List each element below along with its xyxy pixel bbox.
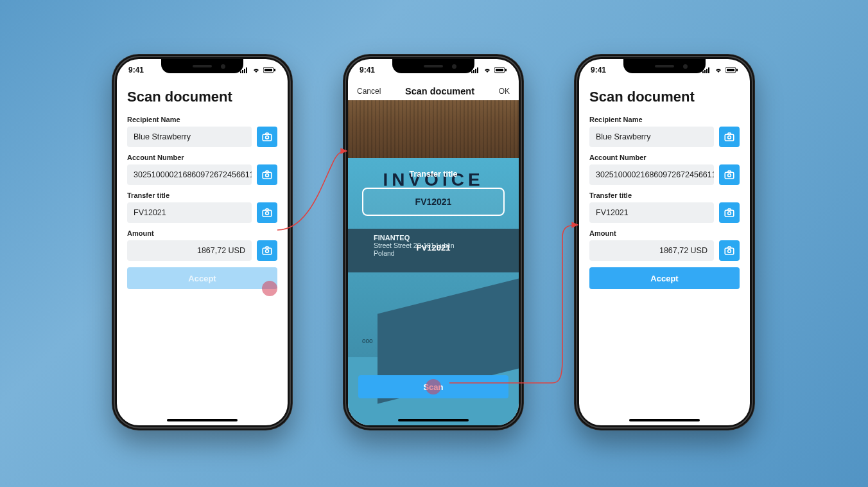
camera-button-amount[interactable] xyxy=(719,240,740,261)
home-indicator xyxy=(398,419,469,421)
svg-point-8 xyxy=(266,136,269,139)
svg-rect-21 xyxy=(505,69,507,71)
camera-icon xyxy=(261,169,273,181)
ok-button[interactable]: OK xyxy=(499,87,510,96)
transfer-label: Transfer title xyxy=(127,191,277,199)
account-input[interactable]: 302510000216860972672456611 xyxy=(127,164,252,185)
camera-button-recipient[interactable] xyxy=(719,127,740,147)
scan-label: Scan xyxy=(423,382,443,392)
recipient-value: Blue Strawberry xyxy=(134,132,191,141)
amount-input[interactable]: 1867,72 USD xyxy=(127,240,252,261)
amount-input[interactable]: 1867,72 USD xyxy=(589,240,714,261)
battery-icon xyxy=(263,67,276,73)
account-value: 302510000216860972672456611 xyxy=(596,170,714,179)
wifi-icon xyxy=(483,67,492,73)
home-indicator xyxy=(629,419,700,421)
camera-icon xyxy=(261,131,273,143)
page-title: Scan document xyxy=(405,86,474,96)
status-icons xyxy=(240,67,276,73)
background-wood xyxy=(348,100,519,158)
svg-rect-23 xyxy=(704,70,706,73)
camera-button-account[interactable] xyxy=(257,164,277,185)
company-name: FINANTEQ xyxy=(374,234,493,242)
account-value: 302510000216860972672456611 xyxy=(134,170,252,179)
svg-rect-18 xyxy=(477,67,478,73)
recipient-value: Blue Srawberry xyxy=(596,132,650,141)
camera-icon xyxy=(261,207,273,218)
recipient-input[interactable]: Blue Strawberry xyxy=(127,127,252,147)
status-icons xyxy=(471,67,507,73)
svg-rect-28 xyxy=(736,69,738,71)
page-title: Scan document xyxy=(127,89,277,105)
transfer-value: FV12021 xyxy=(596,208,629,217)
account-label: Account Number xyxy=(589,154,740,161)
camera-icon xyxy=(261,245,273,256)
amount-value: 1867,72 USD xyxy=(659,246,707,255)
svg-rect-2 xyxy=(244,69,245,73)
phone-notch xyxy=(392,59,474,73)
svg-rect-27 xyxy=(727,69,734,71)
account-label: Account Number xyxy=(127,154,277,161)
phone-notch xyxy=(161,59,243,73)
svg-rect-25 xyxy=(708,67,709,73)
svg-point-10 xyxy=(266,173,269,177)
recognized-text: FV12021 xyxy=(348,243,519,252)
status-time: 9:41 xyxy=(591,66,606,75)
recipient-label: Recipient Name xyxy=(127,116,277,123)
svg-rect-20 xyxy=(496,69,503,71)
transfer-input[interactable]: FV12021 xyxy=(127,202,252,223)
camera-button-recipient[interactable] xyxy=(257,127,277,147)
phone-camera-scan: 9:41 Cancel Scan document OK INVOICE Tra… xyxy=(343,54,524,430)
camera-button-account[interactable] xyxy=(719,164,740,185)
svg-point-12 xyxy=(266,211,269,215)
accept-label: Accept xyxy=(650,274,678,283)
accept-button[interactable]: Accept xyxy=(127,267,277,289)
camera-icon xyxy=(724,245,735,256)
camera-button-transfer[interactable] xyxy=(257,202,277,223)
svg-rect-24 xyxy=(706,69,707,73)
transfer-input[interactable]: FV12021 xyxy=(589,202,714,223)
svg-point-34 xyxy=(728,211,731,215)
transfer-value: FV12021 xyxy=(134,208,166,217)
phone-form-initial: 9:41 Scan document Recipient Name Blue S… xyxy=(112,54,293,430)
svg-point-36 xyxy=(728,249,731,252)
svg-rect-3 xyxy=(246,67,247,73)
svg-point-14 xyxy=(266,249,269,252)
svg-point-30 xyxy=(728,136,731,139)
phone-notch xyxy=(623,59,706,73)
scan-captured-text: FV12021 xyxy=(415,197,452,207)
invoice-area: INVOICE Transfer title FV12021 FINANTEQ … xyxy=(348,158,519,357)
svg-rect-15 xyxy=(471,71,473,73)
status-icons xyxy=(702,67,738,73)
scan-target-box: FV12021 xyxy=(362,188,505,216)
svg-rect-16 xyxy=(473,70,474,73)
scan-button[interactable]: Scan xyxy=(358,375,508,398)
wifi-icon xyxy=(252,67,261,73)
status-time: 9:41 xyxy=(128,66,144,75)
wifi-icon xyxy=(714,67,723,73)
invoice-smalltext: ooo xyxy=(362,337,373,344)
camera-icon xyxy=(724,207,735,218)
account-input[interactable]: 302510000216860972672456611 xyxy=(589,164,714,185)
svg-rect-1 xyxy=(242,70,243,73)
recipient-label: Recipient Name xyxy=(589,116,740,123)
camera-icon xyxy=(724,131,735,143)
camera-button-amount[interactable] xyxy=(257,240,277,261)
scan-overlay-label: Transfer title xyxy=(348,170,519,179)
battery-icon xyxy=(494,67,507,73)
svg-rect-22 xyxy=(702,71,704,73)
camera-view: INVOICE Transfer title FV12021 FINANTEQ … xyxy=(348,100,519,425)
amount-value: 1867,72 USD xyxy=(197,246,245,255)
accept-label: Accept xyxy=(188,274,216,283)
accept-button[interactable]: Accept xyxy=(589,267,740,289)
svg-point-32 xyxy=(728,173,731,177)
svg-rect-6 xyxy=(274,69,275,71)
battery-icon xyxy=(725,67,738,73)
cancel-button[interactable]: Cancel xyxy=(357,87,381,96)
camera-button-transfer[interactable] xyxy=(719,202,740,223)
camera-icon xyxy=(724,169,735,181)
amount-label: Amount xyxy=(589,229,740,237)
recipient-input[interactable]: Blue Srawberry xyxy=(589,127,714,147)
transfer-label: Transfer title xyxy=(589,191,740,199)
phone-form-complete: 9:41 Scan document Recipient Name Blue S… xyxy=(574,54,755,430)
